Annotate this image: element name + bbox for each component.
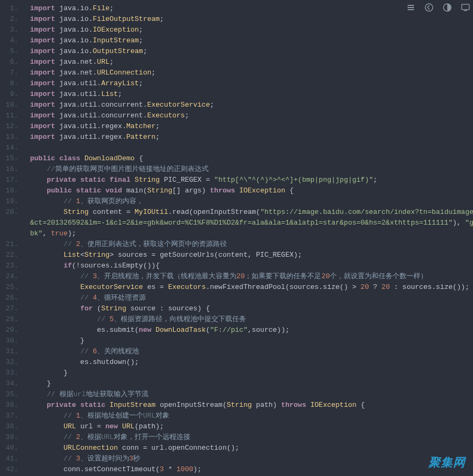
line-number: 13. <box>4 132 18 143</box>
line-number: 31. <box>4 346 18 357</box>
code-line: import java.net.URLConnection; <box>30 68 473 78</box>
code-line: // 根据url地址获取输入字节流 <box>30 389 473 400</box>
code-line: es.submit(new DownLoadTask("F://pic",sou… <box>30 325 473 336</box>
monitor-icon[interactable] <box>461 3 470 12</box>
line-number: 2. <box>4 14 18 25</box>
code-line: import java.io.FileOutputStream; <box>30 14 473 25</box>
line-number: 23. <box>4 261 18 271</box>
svg-rect-1 <box>408 7 414 8</box>
code-line: if(!sources.isEmpty()){ <box>30 261 473 271</box>
line-number: 5. <box>4 46 18 57</box>
line-number: 24. <box>4 271 18 282</box>
line-number: 29. <box>4 325 18 336</box>
code-line: // 2、使用正则表达式，获取这个网页中的资源路径 <box>30 239 473 250</box>
line-number: 25. <box>4 282 18 293</box>
svg-rect-6 <box>464 10 467 11</box>
code-line: public static void main(String[] args) t… <box>30 185 473 196</box>
line-number: 7. <box>4 68 18 78</box>
line-number: 42. <box>4 464 18 475</box>
code-line: import java.io.OutputStream; <box>30 46 473 57</box>
line-number: 39. <box>4 432 18 443</box>
code-line: import java.util.ArrayList; <box>30 78 473 89</box>
line-number: 19. <box>4 196 18 207</box>
line-number <box>4 218 18 228</box>
code-line: conn.setConnectTimeout(3 * 1000); <box>30 464 473 475</box>
code-line: import java.io.InputStream; <box>30 35 473 46</box>
code-line: // 3、设置超时间为3秒 <box>30 453 473 464</box>
code-line: import java.util.concurrent.ExecutorServ… <box>30 100 473 110</box>
code-line: // 1、根据地址创建一个URL对象 <box>30 411 473 421</box>
code-line: public class DownloadDemo { <box>30 153 473 164</box>
code-line: URLConnection conn = url.openConnection(… <box>30 443 473 453</box>
line-number: 12. <box>4 121 18 132</box>
svg-rect-0 <box>408 5 414 6</box>
gutter: 1.2.3.4.5.6.7.8.9.10.11.12.13.14.15.16.1… <box>0 0 24 476</box>
line-number: 40. <box>4 443 18 453</box>
code-line: import java.util.regex.Pattern; <box>30 132 473 143</box>
line-number: 27. <box>4 303 18 314</box>
svg-rect-5 <box>462 4 469 10</box>
line-number: 38. <box>4 421 18 432</box>
line-number: 30. <box>4 336 18 346</box>
line-number: 15. <box>4 153 18 164</box>
code-line: // 1、获取网页的内容， <box>30 196 473 207</box>
line-number: 9. <box>4 89 18 100</box>
line-number: 21. <box>4 239 18 250</box>
line-number: 26. <box>4 293 18 303</box>
code-line: for (String source : sources) { <box>30 303 473 314</box>
code-line: // 4、循环处理资源 <box>30 293 473 303</box>
code-line: es.shutdown(); <box>30 357 473 368</box>
line-number: 11. <box>4 110 18 121</box>
code-editor: 1.2.3.4.5.6.7.8.9.10.11.12.13.14.15.16.1… <box>0 0 473 476</box>
code-line: &ct=201326592&lm=-1&cl=2&ie=gbk&word=%C1… <box>30 218 473 228</box>
code-line: bk", true); <box>30 228 473 239</box>
line-number: 33. <box>4 368 18 378</box>
line-number: 1. <box>4 3 18 14</box>
line-number: 10. <box>4 100 18 110</box>
line-number: 32. <box>4 357 18 368</box>
line-number: 20. <box>4 207 18 218</box>
line-number: 4. <box>4 35 18 46</box>
line-number: 28. <box>4 314 18 325</box>
code-line: import java.io.IOException; <box>30 25 473 35</box>
code-line: URL url = new URL(path); <box>30 421 473 432</box>
code-line: String content = MyIOUtil.read(openInput… <box>30 207 473 218</box>
svg-rect-2 <box>408 9 414 10</box>
code-line: List<String> sources = getSourceUrls(con… <box>30 250 473 261</box>
code-line: // 6、关闭线程池 <box>30 346 473 357</box>
line-number: 22. <box>4 250 18 261</box>
line-number: 14. <box>4 143 18 153</box>
line-number: 35. <box>4 389 18 400</box>
line-number: 6. <box>4 57 18 68</box>
code-line: //简单的获取网页中图片图片链接地址的正则表达式 <box>30 164 473 175</box>
code-line: } <box>30 368 473 378</box>
code-line <box>30 143 473 153</box>
code-line: // 5、根据资源路径，向线程池中提交下载任务 <box>30 314 473 325</box>
line-number: 41. <box>4 453 18 464</box>
list-icon[interactable] <box>407 3 415 12</box>
svg-point-3 <box>425 4 433 11</box>
code-line: import java.net.URL; <box>30 57 473 68</box>
back-icon[interactable] <box>425 3 433 12</box>
contrast-icon[interactable] <box>443 3 452 12</box>
code-line: // 2、根据URL对象，打开一个远程连接 <box>30 432 473 443</box>
line-number: 8. <box>4 78 18 89</box>
code-area[interactable]: import java.io.File;import java.io.FileO… <box>24 0 473 476</box>
code-line: ExecutorService es = Executors.newFixedT… <box>30 282 473 293</box>
watermark: 聚集网 <box>428 455 465 471</box>
code-line: // 3、开启线程池，并发下载（线程池最大容量为20；如果要下载的任务不足20个… <box>30 271 473 282</box>
line-number: 3. <box>4 25 18 35</box>
code-line: private static InputStream openInputStre… <box>30 400 473 411</box>
code-line: private static final String PIC_REGEX = … <box>30 175 473 185</box>
toolbar <box>407 3 470 12</box>
line-number: 17. <box>4 175 18 185</box>
code-line: } <box>30 378 473 389</box>
line-number: 16. <box>4 164 18 175</box>
line-number: 37. <box>4 411 18 421</box>
line-number: 34. <box>4 378 18 389</box>
line-number: 18. <box>4 185 18 196</box>
line-number: 36. <box>4 400 18 411</box>
line-number <box>4 228 18 239</box>
code-line: } <box>30 336 473 346</box>
code-line: import java.util.concurrent.Executors; <box>30 110 473 121</box>
